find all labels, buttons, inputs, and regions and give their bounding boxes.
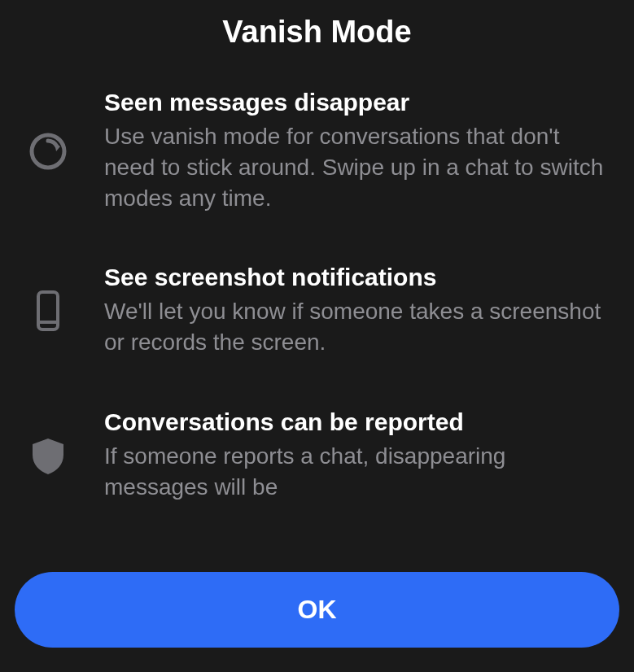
button-container: OK [0,572,634,648]
vanish-mode-modal: Vanish Mode Seen messages disappear Use … [0,0,634,672]
feature-description: If someone reports a chat, disappearing … [104,441,608,503]
svg-rect-2 [38,292,58,329]
shield-icon [26,434,70,478]
feature-text: See screenshot notifications We'll let y… [104,264,608,358]
feature-title: See screenshot notifications [104,264,608,291]
ok-button[interactable]: OK [15,572,619,648]
feature-text: Conversations can be reported If someone… [104,408,608,503]
feature-title: Seen messages disappear [104,89,608,116]
gauge-icon [26,129,70,173]
feature-description: We'll let you know if someone takes a sc… [104,296,608,358]
feature-screenshot: See screenshot notifications We'll let y… [26,264,608,358]
feature-text: Seen messages disappear Use vanish mode … [104,89,608,213]
feature-description: Use vanish mode for conversations that d… [104,121,608,213]
feature-disappear: Seen messages disappear Use vanish mode … [26,89,608,213]
phone-icon [26,289,70,333]
feature-title: Conversations can be reported [104,408,608,436]
features-list: Seen messages disappear Use vanish mode … [0,89,634,572]
modal-title: Vanish Mode [0,15,634,50]
feature-report: Conversations can be reported If someone… [26,408,608,503]
